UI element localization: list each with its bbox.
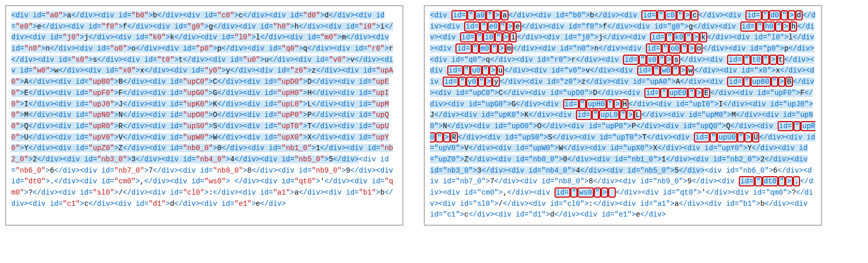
code-div-entry: <div id="nb3_0">3</div> [63,155,161,163]
tag-open: <div [247,44,269,53]
attr-id: id= [633,78,645,86]
tag-close: </div> [736,111,761,119]
tag-close: </div> [217,122,243,130]
text-node: I [718,100,722,108]
text-node [608,187,615,198]
attr-id: id= [430,210,443,219]
tag-open: <div [756,122,778,130]
quote: " [24,177,28,185]
id-value: e1 [238,200,247,208]
quote: " [93,188,97,197]
tag-close: </div> [153,166,178,175]
tag-close: </div> [641,111,667,119]
attr-id: id= [464,21,480,32]
quote: " [776,44,780,53]
quote: " [303,11,307,19]
tag-open: <div [76,44,97,53]
tag-close: </div> [447,122,473,130]
tag-close: </div> [123,144,149,152]
tag-open: <div [539,44,560,53]
tag-close: </div> [580,166,606,175]
tag-open: <div [443,188,464,197]
quote: " [780,33,784,41]
code-div-entry: <div id="v0">v</div> [295,56,380,64]
text-node: n [594,44,598,53]
tag-open: <div [114,200,136,208]
attr-id: id= [101,166,114,175]
quote: " [762,55,769,65]
text-node: s [672,55,680,65]
tag-open: <div [200,33,222,41]
code-div-entry: <div id="c0">c</div> [183,11,269,19]
tag-close-bracket: > [20,133,24,141]
tag-close-bracket: > [498,43,505,54]
tag-open: <div [439,33,460,41]
quote: " [311,166,316,175]
attr-id: id= [76,100,88,108]
text-node: 3 [477,166,481,175]
tag-open: <div [578,133,599,141]
code-div-entry: <div id="o0">o</div> [624,43,729,54]
attr-id: id= [563,99,579,109]
code-div-entry: <div id="x0">x</div> [720,66,806,75]
quote: " [737,132,744,142]
tag-close-bracket: > [571,166,575,175]
id-value: nb7_0 [118,166,140,175]
text-node: j [598,33,602,41]
code-div-entry: <div id="upE0">E</div> [623,88,736,98]
tag-close-bracket: > [204,188,208,197]
quote: " [743,55,751,65]
text-node: g [689,22,693,31]
code-div-entry: <div id="nb0_0">0</div> [149,144,247,152]
tag-close: </div> [503,200,528,208]
quote: " [161,33,165,41]
tag-close-bracket: > [744,132,752,142]
text-node: W [559,144,563,152]
tag-close-bracket: > [684,22,688,31]
quote: " [63,200,67,208]
tag-close-bracket: > [209,89,213,97]
id-value: w0 [37,66,45,75]
quote: " [499,21,507,32]
tag-close: </div> [217,78,243,86]
quote: " [469,89,473,97]
text-node: r [571,56,575,64]
tag-close: </div> [784,56,810,64]
text-node: F [118,89,123,97]
tag-close-bracket: > [486,177,490,185]
id-value: c1 [67,200,76,208]
quote: " [110,100,114,108]
quote: " [781,10,788,20]
attr-id: id= [170,188,183,197]
tag-open: <div [547,22,568,31]
quote: " [110,188,114,197]
id-value: nb4_0 [200,155,222,163]
id-value: nb2_0 [730,155,752,163]
attr-id: id= [610,144,623,152]
comparison-page: <div id="a0">a</div><div id="b0">b</div>… [0,0,868,231]
quote: " [739,200,743,208]
tag-open: <div [717,177,739,185]
text-node: 2 [760,155,764,163]
tag-close: </div> [329,11,354,19]
tag-open: <div [430,11,451,19]
quote: " [770,89,774,97]
code-div-entry: <div id="upL0">L</div> [554,110,667,120]
tag-close: </div> [29,78,54,86]
attr-id: id= [290,11,303,19]
tag-close-bracket: > [63,11,67,19]
attr-id: id= [359,133,372,141]
text-node: d [550,210,554,219]
quote: " [295,44,299,53]
tag-close-bracket: > [485,77,492,87]
tag-close-bracket: > [680,65,687,76]
tag-open: <div [337,89,359,97]
attr-id: id= [430,166,443,175]
tag-open: <div [153,22,174,31]
tag-close-bracket: > [114,100,118,108]
id-value: k0 [673,32,685,42]
id-value: upS0 [187,122,205,130]
attr-id: id= [705,144,717,152]
quote: " [658,55,665,65]
tag-open: <div [243,100,264,108]
